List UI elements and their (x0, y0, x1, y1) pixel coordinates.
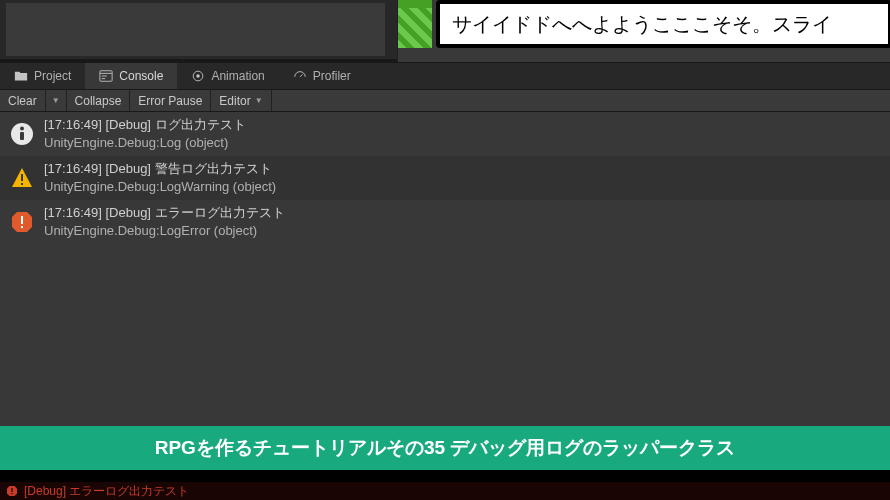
log-entry[interactable]: [17:16:49] [Debug] エラーログ出力テスト UnityEngin… (0, 200, 890, 244)
log-text: [17:16:49] [Debug] 警告ログ出力テスト UnityEngine… (44, 160, 276, 196)
svg-point-2 (197, 74, 201, 78)
log-primary: [17:16:49] [Debug] エラーログ出力テスト (44, 204, 285, 222)
log-secondary: UnityEngine.Debug:Log (object) (44, 134, 246, 152)
error-icon (6, 485, 18, 497)
title-banner: RPGを作るチュートリアルその35 デバッグ用ログのラッパークラス (0, 426, 890, 470)
separator-bar (0, 470, 890, 482)
log-primary: [17:16:49] [Debug] ログ出力テスト (44, 116, 246, 134)
profiler-icon (293, 69, 307, 83)
svg-point-4 (20, 127, 24, 131)
title-banner-text: RPGを作るチュートリアルその35 デバッグ用ログのラッパークラス (155, 435, 736, 461)
game-dialog-box: サイイドドへへよようこここそそ。スライ (436, 0, 890, 48)
log-primary: [17:16:49] [Debug] 警告ログ出力テスト (44, 160, 276, 178)
game-dialog-text: サイイドドへへよようこここそそ。スライ (452, 11, 832, 38)
collapse-button[interactable]: Collapse (67, 90, 131, 111)
collapse-button-label: Collapse (75, 94, 122, 108)
log-entry[interactable]: [17:16:49] [Debug] ログ出力テスト UnityEngine.D… (0, 112, 890, 156)
log-text: [17:16:49] [Debug] エラーログ出力テスト UnityEngin… (44, 204, 285, 240)
project-panel-preview (0, 0, 398, 62)
tab-project-label: Project (34, 69, 71, 83)
chevron-down-icon: ▼ (255, 96, 263, 105)
game-view: サイイドドへへよようこここそそ。スライ (398, 0, 890, 62)
log-text: [17:16:49] [Debug] ログ出力テスト UnityEngine.D… (44, 116, 246, 152)
tab-animation-label: Animation (211, 69, 264, 83)
folder-icon (14, 69, 28, 83)
svg-rect-11 (11, 493, 12, 494)
status-bar-text: [Debug] エラーログ出力テスト (24, 483, 189, 500)
panel-tabs: Project Console Animation Profiler (0, 62, 890, 90)
error-pause-button[interactable]: Error Pause (130, 90, 211, 111)
error-pause-button-label: Error Pause (138, 94, 202, 108)
svg-rect-9 (21, 226, 23, 228)
console-icon (99, 69, 113, 83)
animation-icon (191, 69, 205, 83)
svg-rect-5 (20, 132, 24, 140)
status-bar[interactable]: [Debug] エラーログ出力テスト (0, 482, 890, 500)
log-secondary: UnityEngine.Debug:LogWarning (object) (44, 178, 276, 196)
editor-dropdown[interactable]: Editor ▼ (211, 90, 271, 111)
tab-console-label: Console (119, 69, 163, 83)
svg-rect-7 (21, 183, 23, 185)
tab-animation[interactable]: Animation (177, 63, 278, 89)
error-icon (10, 210, 34, 234)
tab-project[interactable]: Project (0, 63, 85, 89)
console-log-list: [17:16:49] [Debug] ログ出力テスト UnityEngine.D… (0, 112, 890, 244)
info-icon (10, 122, 34, 146)
clear-dropdown[interactable]: ▼ (46, 90, 67, 111)
log-secondary: UnityEngine.Debug:LogError (object) (44, 222, 285, 240)
tab-profiler[interactable]: Profiler (279, 63, 365, 89)
clear-button-label: Clear (8, 94, 37, 108)
svg-rect-10 (11, 488, 12, 492)
chevron-down-icon: ▼ (52, 96, 60, 105)
svg-rect-6 (21, 174, 23, 181)
clear-button[interactable]: Clear (0, 90, 46, 111)
svg-rect-8 (21, 216, 23, 224)
editor-dropdown-label: Editor (219, 94, 250, 108)
tab-profiler-label: Profiler (313, 69, 351, 83)
game-tilemap-grass (398, 0, 432, 48)
console-toolbar: Clear ▼ Collapse Error Pause Editor ▼ (0, 90, 890, 112)
tab-console[interactable]: Console (85, 63, 177, 89)
warning-icon (10, 166, 34, 190)
log-entry[interactable]: [17:16:49] [Debug] 警告ログ出力テスト UnityEngine… (0, 156, 890, 200)
